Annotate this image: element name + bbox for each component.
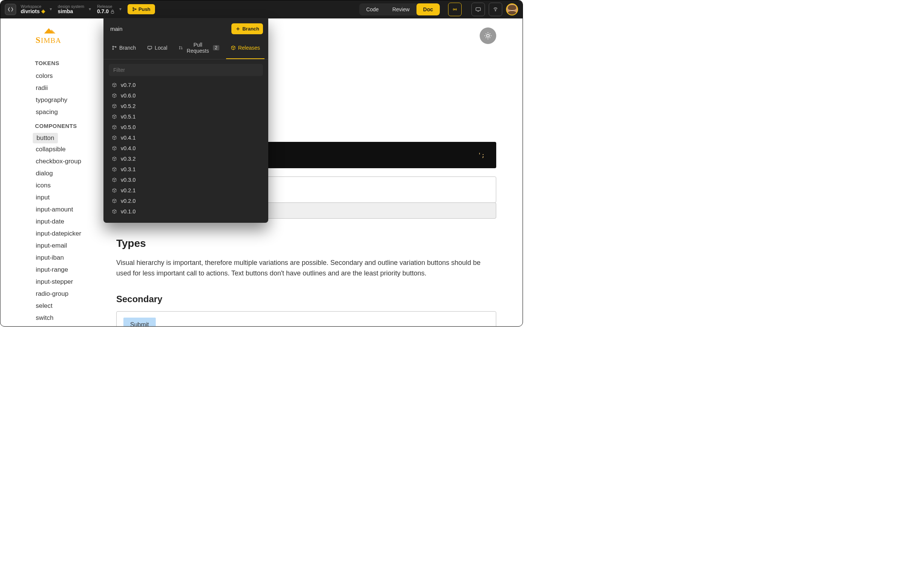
release-list: v0.7.0v0.6.0v0.5.2v0.5.1v0.5.0v0.4.1v0.4… [104, 79, 268, 219]
broadcast-button[interactable] [448, 3, 462, 16]
types-paragraph: Visual hierarchy is important, therefore… [116, 258, 496, 279]
view-segment: Code Review Doc [359, 3, 440, 15]
workspace-crumb[interactable]: Workspace divriots ◈ ▾ [21, 4, 53, 14]
svg-point-16 [486, 34, 489, 37]
sidebar-item-input-date[interactable]: input-date [0, 216, 101, 228]
components-header: COMPONENTS [0, 118, 101, 133]
secondary-preview: Submit [116, 311, 496, 326]
dd-tab-local[interactable]: Local [143, 38, 172, 59]
sidebar-item-spacing[interactable]: spacing [0, 106, 101, 118]
code-fragment: '; [478, 152, 485, 159]
sidebar-item-dialog[interactable]: dialog [0, 167, 101, 180]
sidebar: S IMBA TOKENS colorsradiitypographyspaci… [0, 18, 101, 326]
svg-point-12 [180, 49, 180, 49]
release-item[interactable]: v0.3.0 [104, 175, 268, 185]
secondary-heading: Secondary [116, 294, 496, 304]
release-item[interactable]: v0.1.0 [104, 206, 268, 217]
dd-tab-releases[interactable]: Releases [226, 38, 264, 59]
chevron-down-icon[interactable]: ▾ [48, 6, 53, 12]
submit-button-demo[interactable]: Submit [123, 318, 156, 326]
release-item[interactable]: v0.3.1 [104, 164, 268, 175]
svg-point-8 [112, 49, 113, 50]
release-item[interactable]: v0.6.0 [104, 90, 268, 101]
release-item[interactable]: v0.5.1 [104, 111, 268, 122]
push-button[interactable]: Push [128, 4, 155, 14]
types-heading: Types [116, 237, 496, 250]
display-button[interactable] [472, 3, 485, 16]
svg-text:IMBA: IMBA [41, 36, 61, 44]
brand-logo: S IMBA [0, 25, 101, 55]
chevron-down-icon[interactable]: ▾ [87, 6, 92, 12]
visibility-badge-icon: ◈ [41, 9, 45, 14]
release-item[interactable]: v0.2.0 [104, 196, 268, 206]
sidebar-item-select[interactable]: select [0, 300, 101, 312]
svg-point-6 [495, 10, 496, 11]
sidebar-item-colors[interactable]: colors [0, 70, 101, 82]
release-dropdown: main ＋ Branch Branch Local Pull Requests… [104, 18, 268, 223]
sidebar-item-collapsible[interactable]: collapsible [0, 143, 101, 156]
dd-tab-branch[interactable]: Branch [107, 38, 140, 59]
sidebar-item-checkbox-group[interactable]: checkbox-group [0, 156, 101, 167]
pr-count-badge: 2 [213, 45, 219, 50]
sidebar-item-typography[interactable]: typography [0, 94, 101, 106]
sidebar-item-input-datepicker[interactable]: input-datepicker [0, 228, 101, 240]
sidebar-item-icons[interactable]: icons [0, 180, 101, 192]
svg-point-7 [112, 46, 113, 47]
dd-tab-pull-requests[interactable]: Pull Requests 2 [174, 38, 224, 59]
theme-toggle[interactable] [480, 28, 496, 44]
svg-point-11 [180, 46, 180, 47]
design-system-crumb[interactable]: design system simba ▾ [58, 4, 92, 14]
new-branch-button[interactable]: ＋ Branch [231, 23, 263, 34]
release-crumb[interactable]: Release 0.7.0 ▾ [97, 4, 123, 14]
sidebar-item-input-iban[interactable]: input-iban [0, 252, 101, 264]
release-item[interactable]: v0.5.2 [104, 101, 268, 111]
design-system-value: simba [58, 9, 84, 14]
workspace-value: divriots [21, 9, 40, 14]
release-value: 0.7.0 [97, 9, 109, 14]
sidebar-item-radii[interactable]: radii [0, 82, 101, 94]
svg-rect-10 [148, 46, 152, 49]
sidebar-item-button[interactable]: button [33, 133, 58, 143]
tab-doc[interactable]: Doc [417, 3, 440, 15]
release-item[interactable]: v0.2.1 [104, 185, 268, 196]
sidebar-item-input[interactable]: input [0, 192, 101, 204]
tokens-header: TOKENS [0, 55, 101, 70]
svg-point-4 [454, 9, 456, 10]
tab-code[interactable]: Code [359, 3, 385, 15]
release-item[interactable]: v0.5.0 [104, 122, 268, 132]
topbar: Workspace divriots ◈ ▾ design system sim… [0, 0, 523, 18]
current-branch: main [110, 26, 123, 32]
release-item[interactable]: v0.7.0 [104, 80, 268, 90]
svg-rect-0 [111, 11, 114, 13]
lock-icon [110, 10, 115, 14]
release-item[interactable]: v0.4.1 [104, 132, 268, 143]
sidebar-item-radio-group[interactable]: radio-group [0, 288, 101, 300]
svg-point-13 [182, 49, 182, 49]
sidebar-item-input-email[interactable]: input-email [0, 240, 101, 252]
sidebar-item-input-amount[interactable]: input-amount [0, 204, 101, 216]
svg-text:S: S [36, 36, 41, 45]
tab-review[interactable]: Review [386, 3, 417, 15]
app-logo[interactable] [5, 4, 16, 15]
release-filter-input[interactable] [109, 64, 263, 76]
sidebar-item-input-range[interactable]: input-range [0, 264, 101, 276]
chevron-down-icon[interactable]: ▾ [118, 6, 123, 12]
svg-rect-5 [476, 8, 480, 11]
sidebar-item-switch[interactable]: switch [0, 312, 101, 324]
sidebar-item-input-stepper[interactable]: input-stepper [0, 276, 101, 288]
avatar[interactable] [506, 3, 518, 15]
release-item[interactable]: v0.3.2 [104, 154, 268, 164]
release-item[interactable]: v0.4.0 [104, 143, 268, 154]
signal-button[interactable] [489, 3, 502, 16]
